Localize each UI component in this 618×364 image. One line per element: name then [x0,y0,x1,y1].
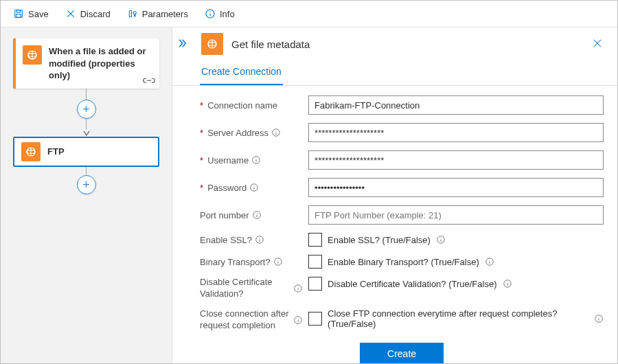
ftp-connector-icon [23,45,42,65]
info-icon [205,8,216,19]
arrow-down-icon [83,130,90,137]
enable-ssl-label: Enable SSL? [200,235,303,245]
svg-point-27 [256,158,257,159]
port-label: Port number [200,210,303,220]
username-label: *Username [200,155,303,166]
close-panel-button[interactable] [588,34,606,54]
svg-point-9 [209,12,210,12]
info-icon[interactable] [251,155,261,165]
ftp-connector-icon [21,142,41,161]
toolbar: Save Discard Parameters Info [1,1,617,27]
svg-point-30 [254,185,255,186]
connection-form: *Connection name *Server Address *Userna… [172,86,617,363]
svg-point-57 [599,317,599,317]
trigger-card[interactable]: When a file is added or modified (proper… [13,38,159,89]
panel-title: Get file metadata [231,38,310,50]
username-input[interactable] [308,150,604,170]
svg-point-33 [256,213,257,214]
info-icon[interactable] [594,314,604,323]
parameters-icon [127,8,138,19]
info-icon[interactable] [503,279,512,288]
server-address-input[interactable] [308,123,604,142]
info-button[interactable]: Info [198,3,242,25]
svg-point-39 [440,238,441,238]
binary-checkbox-label: Enable Binary Transport? (True/False) [328,257,479,267]
password-input[interactable] [308,178,604,197]
password-label: *Password [200,183,303,193]
add-step-button-2[interactable]: + [77,175,96,194]
info-label: Info [220,9,235,19]
cert-checkbox[interactable] [308,277,322,291]
info-icon[interactable] [252,210,262,220]
svg-point-24 [276,130,277,131]
cert-label: Disable Certificate Validation? [200,277,303,300]
info-icon[interactable] [293,284,303,293]
server-address-label: *Server Address [200,128,303,138]
save-button[interactable]: Save [6,3,56,25]
svg-point-45 [489,260,490,260]
enable-ssl-checkbox[interactable] [308,233,322,247]
enable-ssl-checkbox-label: Enable SSL? (True/False) [328,235,431,245]
ftp-connector-icon [201,33,223,55]
svg-point-36 [260,238,260,238]
cert-checkbox-label: Disable Certificate Validation? (True/Fa… [328,279,496,289]
info-icon[interactable] [271,128,281,137]
connection-name-label: *Connection name [200,100,303,111]
save-label: Save [28,9,49,19]
svg-rect-2 [16,14,21,18]
svg-rect-5 [129,10,131,16]
svg-rect-1 [16,10,20,12]
svg-point-51 [507,282,507,282]
action-title: FTP [47,146,65,158]
svg-point-42 [277,260,278,260]
binary-label: Binary Transport? [200,257,303,267]
trigger-title: When a file is added or modified (proper… [49,45,151,82]
close-conn-label: Close connection after request completio… [200,308,303,332]
info-icon[interactable] [485,257,494,266]
parameters-label: Parameters [142,9,188,19]
add-step-button-1[interactable]: + [77,100,96,119]
close-conn-checkbox-label: Close FTP connection everytime after req… [328,308,588,329]
info-icon[interactable] [255,235,264,244]
info-icon[interactable] [249,183,259,192]
save-icon [13,8,24,19]
tab-create-connection[interactable]: Create Connection [200,62,283,85]
info-icon[interactable] [436,235,446,244]
close-conn-checkbox[interactable] [308,312,322,326]
binary-checkbox[interactable] [308,255,322,269]
discard-icon [65,8,76,19]
discard-button[interactable]: Discard [58,3,117,25]
parameters-button[interactable]: Parameters [120,3,195,25]
connection-name-input[interactable] [308,95,604,115]
discard-label: Discard [80,9,111,19]
svg-point-48 [298,286,299,287]
info-icon[interactable] [273,257,283,266]
action-card-ftp[interactable]: FTP [13,137,159,167]
svg-point-6 [133,12,136,14]
details-panel: Get file metadata Create Connection *Con… [172,27,617,363]
port-input[interactable] [308,205,604,225]
info-icon[interactable] [293,315,303,325]
designer-canvas: When a file is added or modified (proper… [1,27,172,363]
collapse-panel-button[interactable] [175,34,193,54]
create-button[interactable]: Create [360,343,444,363]
link-icon [143,76,155,86]
panel-tabs: Create Connection [172,62,617,86]
svg-point-54 [298,318,299,319]
